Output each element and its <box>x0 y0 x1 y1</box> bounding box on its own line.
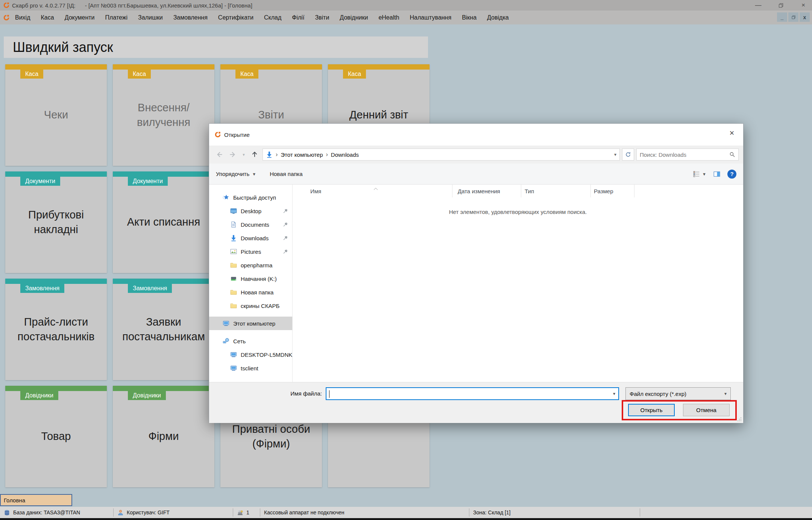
new-folder-button[interactable]: Новая папка <box>270 171 302 177</box>
tile-prybutkovi-nakladni[interactable]: Документи Прибуткові накладні <box>5 171 107 273</box>
sidebar-item-desktop[interactable]: Desktop <box>209 204 292 218</box>
search-input[interactable] <box>640 152 729 158</box>
mdi-window-controls: _ x <box>777 12 810 22</box>
mdi-restore-button[interactable] <box>788 12 798 22</box>
filename-dropdown-chevron-icon[interactable]: ▾ <box>613 391 615 396</box>
sidebar-item-network[interactable]: Сеть <box>209 334 292 348</box>
dialog-toolbar: Упорядочить▼ Новая папка ▼ ? <box>209 164 743 185</box>
tile-vnesennia-vyluchennia[interactable]: Каса Внесення/вилучення <box>113 64 214 166</box>
menu-item-branches[interactable]: Філії <box>287 14 310 21</box>
column-header-type[interactable]: Тип <box>521 185 591 197</box>
tile-price-lists[interactable]: Замовлення Прайс-листи постачальників <box>5 279 107 380</box>
menubar: Вихід Каса Документи Платежі Залишки Зам… <box>0 11 812 24</box>
sidebar-item-desktop-l5mdnko[interactable]: DESKTOP-L5MDNKO <box>209 348 292 361</box>
column-header-size[interactable]: Размер <box>591 185 634 197</box>
sidebar-item-skriny-skarb[interactable]: скрины СКАРБ <box>209 299 292 312</box>
status-register-count: 1 <box>233 508 260 517</box>
breadcrumb-root[interactable]: Этот компьютер <box>281 152 323 158</box>
minimize-button[interactable]: — <box>753 1 763 9</box>
menu-item-certificates[interactable]: Сертифікати <box>213 14 259 21</box>
tile-zaiavky-postachalnykam[interactable]: Замовлення Заявки постачальникам <box>113 279 214 380</box>
filename-input[interactable] <box>326 388 618 399</box>
menu-item-directories[interactable]: Довідники <box>334 14 373 21</box>
pin-icon <box>282 249 288 255</box>
mdi-close-button[interactable]: x <box>800 12 810 22</box>
menu-item-orders[interactable]: Замовлення <box>168 14 213 21</box>
status-database: База даних: TASA3@TITAN <box>0 508 114 517</box>
address-dropdown-chevron-icon[interactable]: ▾ <box>614 152 616 157</box>
breadcrumb-separator: › <box>276 151 278 158</box>
breadcrumb[interactable]: › Этот компьютер › Downloads ▾ <box>263 149 620 161</box>
tile-label: Заявки постачальникам <box>113 279 214 380</box>
tile-akty-spysannia[interactable]: Документи Акти списання <box>113 171 214 273</box>
help-button[interactable]: ? <box>727 170 736 179</box>
cancel-button[interactable]: Отмена <box>683 404 730 416</box>
chevron-down-icon: ▾ <box>724 391 727 396</box>
tile-label: Прибуткові накладні <box>5 171 107 273</box>
download-icon <box>230 235 237 241</box>
sidebar-item-quick-access[interactable]: Быстрый доступ <box>209 191 292 204</box>
open-file-dialog: Открытие × ▾ › Этот компьютер › Download <box>209 123 744 423</box>
column-header-name[interactable]: Имя <box>293 185 452 197</box>
tile-firmy[interactable]: Довідники Фірми <box>113 386 214 487</box>
chevron-down-icon: ▼ <box>252 172 256 176</box>
mdi-minimize-button[interactable]: _ <box>777 12 787 22</box>
tile-label: Товар <box>5 386 107 487</box>
menu-item-balances[interactable]: Залишки <box>133 14 168 21</box>
breadcrumb-separator: › <box>326 151 328 158</box>
resize-grip[interactable] <box>737 417 742 422</box>
menu-item-help[interactable]: Довідка <box>482 14 514 21</box>
sidebar-item-navchannia-drive[interactable]: Навчання (K:) <box>209 272 292 285</box>
dialog-title: Открытие <box>224 132 250 138</box>
network-icon <box>223 338 229 344</box>
menu-item-settings[interactable]: Налаштування <box>405 14 457 21</box>
sidebar-item-documents[interactable]: Documents <box>209 218 292 231</box>
forward-icon[interactable] <box>227 149 238 160</box>
menu-item-reports[interactable]: Звіти <box>310 14 334 21</box>
filetype-select[interactable]: Файл експорту (*.exp) ▾ <box>625 387 731 400</box>
breadcrumb-current[interactable]: Downloads <box>331 152 359 158</box>
sidebar-item-openpharma[interactable]: openpharma <box>209 258 292 272</box>
sidebar-item-tsclient[interactable]: tsclient <box>209 361 292 375</box>
recent-locations-chevron-icon[interactable]: ▾ <box>241 149 247 160</box>
dialog-close-button[interactable]: × <box>721 124 743 143</box>
tile-label: Чеки <box>5 64 107 166</box>
menu-item-windows[interactable]: Вікна <box>457 14 482 21</box>
back-icon[interactable] <box>214 149 225 160</box>
menu-item-documents[interactable]: Документи <box>59 14 100 21</box>
up-icon[interactable] <box>249 149 260 160</box>
sidebar-item-downloads[interactable]: Downloads <box>209 231 292 245</box>
view-mode-button[interactable]: ▼ <box>693 171 706 177</box>
sidebar-item-this-pc[interactable]: Этот компьютер <box>209 317 292 330</box>
refresh-icon[interactable] <box>622 149 634 161</box>
tab-holovna[interactable]: Головна <box>0 494 72 506</box>
quick-launch-header: Швидкий запуск <box>4 36 428 58</box>
page-title: Швидкий запуск <box>4 39 113 55</box>
menu-item-warehouse[interactable]: Склад <box>259 14 287 21</box>
tile-label: Прайс-листи постачальників <box>5 279 107 380</box>
titlebar: Скарб pro v. 4.0.2.77 [ІД: - [Апт №003 п… <box>0 0 812 11</box>
cash-register-icon <box>237 509 243 516</box>
app-window: Скарб pro v. 4.0.2.77 [ІД: - [Апт №003 п… <box>0 0 812 520</box>
restore-button[interactable] <box>776 1 786 9</box>
tile-tovar[interactable]: Довідники Товар <box>5 386 107 487</box>
preview-pane-button[interactable] <box>713 171 721 177</box>
filename-field[interactable]: ▾ <box>326 387 619 400</box>
sidebar-item-new-folder[interactable]: Новая папка <box>209 285 292 299</box>
menu-item-kasa[interactable]: Каса <box>36 14 59 21</box>
navigation-pane: Быстрый доступ Desktop Documents Downloa… <box>209 185 293 382</box>
sidebar-item-pictures[interactable]: Pictures <box>209 245 292 258</box>
open-button[interactable]: Открыть <box>628 404 675 416</box>
close-button[interactable]: × <box>798 1 808 9</box>
menu-item-ehealth[interactable]: eHealth <box>373 14 404 21</box>
dialog-body: Быстрый доступ Desktop Documents Downloa… <box>209 185 743 382</box>
organize-button[interactable]: Упорядочить▼ <box>216 171 256 177</box>
column-header-date-modified[interactable]: Дата изменения <box>452 185 521 197</box>
menu-item-exit[interactable]: Вихід <box>10 14 36 21</box>
tile-label: Фірми <box>113 386 214 487</box>
database-icon <box>4 509 10 516</box>
tile-cheky[interactable]: Каса Чеки <box>5 64 107 166</box>
menu-item-payments[interactable]: Платежі <box>100 14 133 21</box>
search-field[interactable] <box>636 149 739 161</box>
pin-icon <box>282 221 288 227</box>
